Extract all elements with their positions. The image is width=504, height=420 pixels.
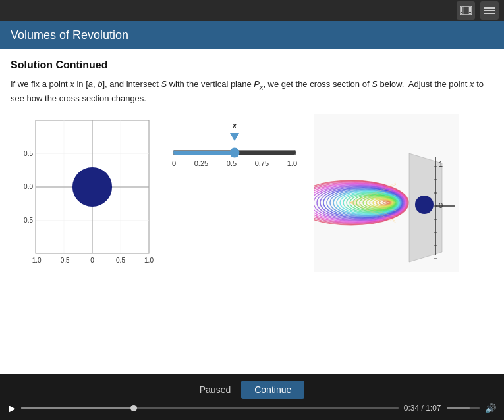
math-b: b — [98, 79, 102, 89]
math-x: x — [70, 79, 74, 89]
content-area: Solution Continued If we fix a point x i… — [0, 49, 504, 374]
slider-ticks: 0 0.25 0.5 0.75 1.0 — [172, 159, 297, 167]
paused-label: Paused — [200, 384, 231, 395]
math-S2: S — [372, 79, 378, 89]
svg-rect-1 — [461, 7, 462, 9]
math-Px: Px — [254, 79, 263, 89]
film-icon[interactable] — [457, 1, 475, 20]
viz-3d-canvas — [314, 114, 459, 272]
svg-rect-6 — [469, 13, 471, 14]
time-display: 0:34 / 1:07 — [404, 404, 441, 413]
math-a: a — [88, 79, 93, 89]
progress-row: ▶ 0:34 / 1:07 🔊 — [9, 403, 496, 413]
visuals-row: x 0 0.25 0.5 0.75 1.0 — [11, 114, 493, 272]
svg-rect-3 — [461, 13, 462, 14]
slider-variable-label: x — [233, 120, 237, 130]
progress-bar[interactable] — [21, 407, 399, 409]
svg-rect-4 — [469, 7, 471, 9]
svg-rect-2 — [461, 9, 462, 12]
slider-area: x 0 0.25 0.5 0.75 1.0 — [169, 114, 300, 167]
tick-1: 1.0 — [287, 159, 297, 167]
slider-thumb-visual — [172, 133, 297, 146]
tick-025: 0.25 — [194, 159, 208, 167]
volume-fill — [447, 407, 470, 409]
volume-icon[interactable]: 🔊 — [485, 403, 496, 413]
title-bar: Volumes of Revolution — [0, 21, 504, 49]
tick-075: 0.75 — [255, 159, 269, 167]
tick-0: 0 — [172, 159, 176, 167]
bottom-bar: Paused Continue ▶ 0:34 / 1:07 🔊 — [0, 374, 504, 420]
play-button[interactable]: ▶ — [9, 403, 16, 413]
plot-2d — [11, 114, 155, 272]
viz-3d — [314, 114, 459, 272]
section-heading: Solution Continued — [11, 59, 493, 71]
tick-05: 0.5 — [227, 159, 237, 167]
volume-bar[interactable] — [447, 407, 480, 409]
top-bar — [0, 0, 504, 21]
progress-fill — [21, 407, 134, 409]
menu-icon[interactable] — [480, 1, 499, 20]
continue-button[interactable]: Continue — [241, 381, 304, 399]
math-x2: x — [470, 79, 474, 89]
math-S1: S — [161, 79, 167, 89]
plot-2d-canvas — [11, 114, 155, 272]
svg-rect-5 — [469, 9, 471, 12]
control-row: Paused Continue — [200, 381, 305, 399]
page-title: Volumes of Revolution — [11, 28, 128, 42]
description-text: If we fix a point x in [a, b], and inter… — [11, 78, 493, 105]
progress-thumb — [130, 405, 137, 411]
x-slider[interactable] — [172, 147, 297, 158]
